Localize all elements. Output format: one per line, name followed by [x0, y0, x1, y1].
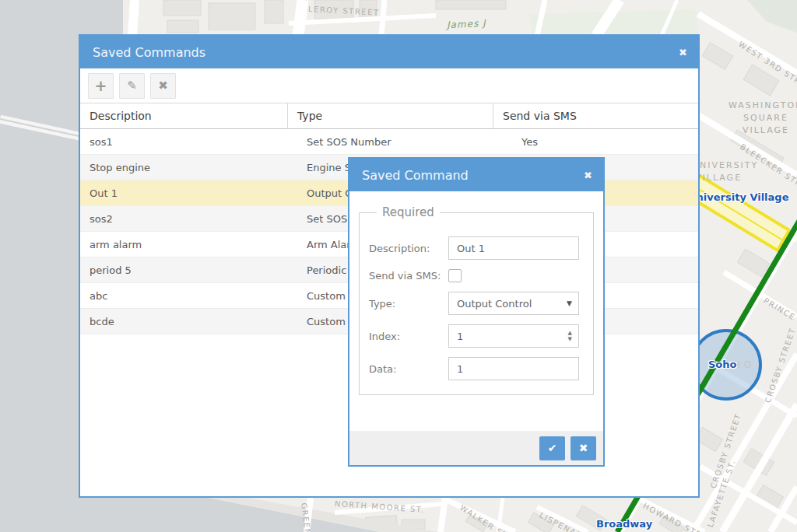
send-via-sms-label: Send via SMS: [369, 270, 448, 282]
plus-icon: + [95, 77, 107, 94]
commands-toolbar: + ✎ ✖ [80, 68, 698, 103]
saved-command-dialog-footer: ✔ ✖ [349, 431, 603, 465]
saved-command-dialog-header[interactable]: Saved Command ✖ [349, 159, 603, 191]
geofence-label-soho: Soho [708, 359, 736, 370]
park-label-james-walker: James J [447, 18, 486, 31]
area-label-village: VILLAGE [695, 173, 742, 183]
geofence-label-broadway: Broadway [596, 518, 652, 530]
close-icon[interactable]: ✖ [679, 47, 687, 58]
add-command-button[interactable]: + [88, 73, 114, 99]
saved-command-dialog-title: Saved Command [362, 168, 584, 183]
description-field[interactable] [448, 236, 579, 260]
saved-command-dialog: Saved Command ✖ Required Description: Se… [348, 157, 605, 467]
column-header-send-via-sms[interactable]: Send via SMS [493, 103, 698, 128]
saved-commands-dialog-title: Saved Commands [93, 45, 679, 60]
type-select-value: Output Control [457, 298, 532, 310]
data-input[interactable] [457, 363, 572, 375]
saved-commands-dialog-header[interactable]: Saved Commands ✖ [80, 36, 698, 68]
index-label: Index: [369, 331, 448, 342]
chevron-down-icon: ▼ [567, 299, 572, 307]
column-header-type[interactable]: Type [288, 103, 493, 128]
description-input[interactable] [457, 243, 572, 254]
close-icon[interactable]: ✖ [584, 170, 592, 181]
index-input[interactable] [457, 331, 568, 342]
send-via-sms-checkbox[interactable] [448, 269, 462, 282]
delete-icon: ✖ [158, 79, 168, 93]
confirm-button[interactable]: ✔ [539, 436, 565, 460]
area-label-university: UNIVERSITY [692, 160, 758, 170]
spin-up-icon[interactable]: ▲ [568, 330, 572, 336]
data-field[interactable] [448, 357, 579, 380]
area-label-washington-square-village: WASHINGTON SQUARE VILLAGE [729, 100, 797, 137]
pencil-icon: ✎ [127, 79, 137, 93]
number-stepper[interactable]: ▲ ▼ [568, 330, 572, 342]
data-label: Data: [369, 363, 448, 375]
required-legend: Required [377, 205, 440, 219]
cancel-button[interactable]: ✖ [571, 436, 596, 460]
table-row[interactable]: sos1 Set SOS Number Yes [80, 129, 698, 155]
delete-command-button[interactable]: ✖ [150, 73, 176, 99]
commands-table-header: Description Type Send via SMS [80, 103, 698, 129]
required-fieldset: Required Description: Send via SMS: Type… [359, 205, 594, 395]
type-select[interactable]: Output Control ▼ [448, 292, 579, 315]
saved-command-form: Required Description: Send via SMS: Type… [349, 191, 603, 431]
description-label: Description: [369, 243, 448, 254]
index-field[interactable]: ▲ ▼ [448, 324, 579, 348]
column-header-description[interactable]: Description [80, 103, 288, 128]
edit-command-button[interactable]: ✎ [119, 73, 145, 99]
cancel-icon: ✖ [579, 442, 588, 454]
type-label: Type: [369, 298, 448, 310]
geofence-label-university-village: University Village [688, 191, 788, 203]
check-icon: ✔ [548, 442, 557, 454]
spin-down-icon[interactable]: ▼ [568, 336, 572, 342]
